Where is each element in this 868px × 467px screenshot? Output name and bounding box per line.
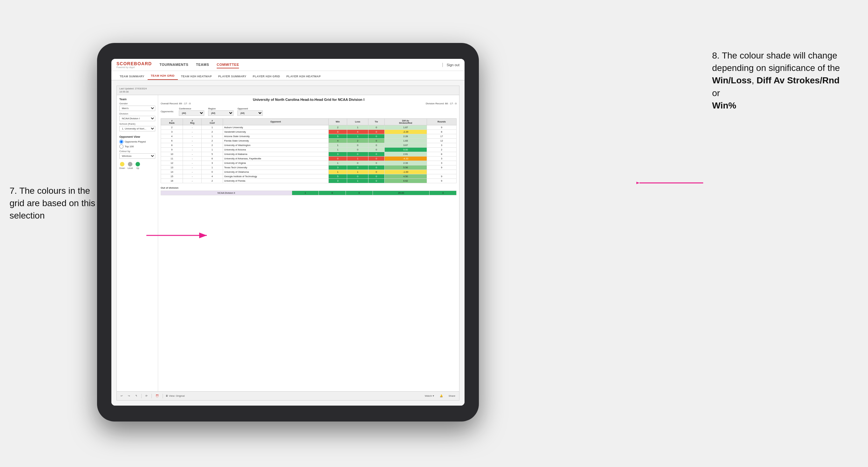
logo-area: SCOREBOARD Powered by clippd [117,61,152,68]
cell-rounds: 17 [427,134,456,138]
opponents-played-option[interactable]: Opponents Played [119,139,155,144]
cell-opponent: Georgia Institute of Technology [223,174,329,179]
toolbar-sep1 [141,394,142,398]
cell-win: 3 [329,152,347,156]
cell-conf: 1 [202,134,223,138]
annotation-winloss: Win/Loss [712,75,751,85]
legend-down-dot [120,162,124,166]
table-row: 3 - 2 Vanderbilt University 0 4 0 -2.29 … [161,129,457,134]
cell-conf: 2 [202,138,223,143]
annotation-right-text: 8. The colour shade will change dependin… [712,51,840,73]
sub-nav-team-summary[interactable]: TEAM SUMMARY [117,75,148,80]
cell-tie: 0 [368,125,384,129]
cell-loss: 1 [347,156,368,161]
nav-committee[interactable]: COMMITTEE [217,61,239,68]
cell-opponent: Auburn University [223,125,329,129]
cell-win: 5 [329,174,347,179]
cell-reg: - [183,174,202,179]
refresh-btn[interactable]: ⟳ [144,394,149,398]
grid-area: University of North Carolina Head-to-Hea… [158,95,459,392]
undo-btn[interactable]: ↩ [119,394,124,398]
col-diff: Diff AvStrokes/Rnd [384,118,427,125]
grid-title: University of North Carolina Head-to-Hea… [161,98,457,101]
cell-rank: 3 [161,129,183,134]
clock-btn[interactable]: ⏰ [154,394,160,398]
sub-nav-player-h2h-heatmap[interactable]: PLAYER H2H HEATMAP [283,75,324,80]
cell-tie: 0 [368,179,384,183]
cell-loss: 1 [347,179,368,183]
cell-diff: 9.00 [384,147,427,152]
cell-win: 1 [329,161,347,165]
opponents-filter-label: Opponents: [161,110,174,113]
sub-nav-team-h2h-heatmap[interactable]: TEAM H2H HEATMAP [178,75,215,80]
cell-win: 1 [329,169,347,174]
cell-conf: 6 [202,156,223,161]
out-of-division-row: NCAA Division II 1 0 0 26.00 3 [161,191,457,195]
col-reg: #Reg [183,118,202,125]
watch-btn[interactable]: Watch ▾ [424,394,435,398]
cell-rank: 16 [161,179,183,183]
colour-by-label: Colour by [119,150,155,153]
sign-out-link[interactable]: Sign out [442,63,460,67]
conference-select[interactable]: (All) [179,111,204,116]
division-select[interactable]: NCAA Division I [119,116,155,121]
cell-rank: 12 [161,161,183,165]
opponent-select[interactable]: (All) [237,111,263,116]
top-nav: SCOREBOARD Powered by clippd TOURNAMENTS… [111,59,465,71]
cell-opponent: Arizona State University [223,134,329,138]
redo-btn[interactable]: ↪ [127,394,131,398]
back-btn[interactable]: ↰ [134,394,139,398]
ood-loss: 0 [319,191,346,195]
cell-loss: 0 [347,161,368,165]
cell-loss: 0 [347,152,368,156]
cell-reg: - [183,152,202,156]
sub-nav-player-summary[interactable]: PLAYER SUMMARY [215,75,250,80]
cell-reg: - [183,129,202,134]
legend-up-dot [135,162,140,166]
col-tie: Tie [368,118,384,125]
school-label: School (Rank) [119,122,155,125]
table-row: 9 - 1 University of Arizona 1 0 0 9.00 2 [161,147,457,152]
cell-conf: 1 [202,165,223,169]
sub-nav-team-h2h-grid[interactable]: TEAM H2H GRID [148,74,178,80]
cell-diff: -4.33 [384,156,427,161]
logo-text: SCOREBOARD [117,61,152,66]
cell-rank: 2 [161,125,183,129]
gender-select[interactable]: Men's [119,105,155,111]
region-select[interactable]: (All) [208,111,234,116]
cell-reg: - [183,147,202,152]
cell-win: 0 [329,156,347,161]
cell-reg: - [183,179,202,183]
ood-diff: 26.00 [373,191,430,195]
cell-opponent: Texas Tech University [223,165,329,169]
cell-diff: 4.50 [384,174,427,179]
colour-by-select[interactable]: Win/loss [119,153,155,159]
school-select[interactable]: 1. University of Nort... [119,126,155,131]
cell-rank: 14 [161,169,183,174]
sub-nav: TEAM SUMMARY TEAM H2H GRID TEAM H2H HEAT… [111,71,465,81]
subscribe-btn[interactable]: 🔔 [438,394,444,398]
opponent-view-label: Opponent View [119,135,155,138]
share-btn[interactable]: Share [447,394,457,398]
cell-rank: 9 [161,147,183,152]
sub-nav-player-h2h-grid[interactable]: PLAYER H2H GRID [249,75,283,80]
cell-tie: 0 [368,152,384,156]
top-100-option[interactable]: Top 100 [119,145,155,149]
cell-diff: -2.29 [384,129,427,134]
cell-conf: 3 [202,161,223,165]
cell-tie: 0 [368,129,384,134]
cell-diff: 5.56 [384,165,427,169]
overall-record: Overall Record: 89 - 17 - 0 [161,102,191,105]
cell-rounds: 9 [427,125,456,129]
cell-tie: 0 [368,147,384,152]
nav-tournaments[interactable]: TOURNAMENTS [159,61,188,68]
nav-teams[interactable]: TEAMS [196,61,209,68]
col-opponent: Opponent [223,118,329,125]
view-original[interactable]: 🖥 View: Original [165,395,185,397]
cell-reg: - [183,169,202,174]
ood-tie: 0 [346,191,373,195]
filter-row: Opponents: Conference (All) Region ( [161,107,457,116]
cell-conf: 4 [202,174,223,179]
cell-conf: 2 [202,143,223,147]
cell-diff: 6.62 [384,179,427,183]
